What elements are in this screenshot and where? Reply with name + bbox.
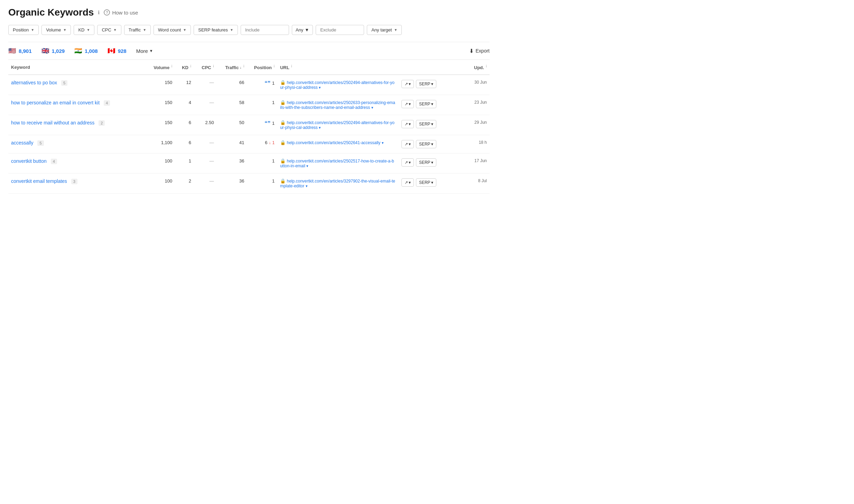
kd-filter[interactable]: KD ▼ [74,25,94,35]
url-dropdown-icon[interactable]: ▾ [306,184,308,188]
serp-features-filter[interactable]: SERP features ▼ [194,25,238,35]
url-dropdown-icon[interactable]: ▾ [319,125,321,130]
more-countries-button[interactable]: More ▼ [136,48,153,54]
kd-info-icon[interactable]: i [191,64,191,68]
position-info-icon[interactable]: i [274,64,275,68]
position-cell: ❝❞1 [247,115,277,135]
keyword-link[interactable]: how to receive mail without an address [11,120,94,125]
traffic-cell: 50 [217,115,247,135]
export-button[interactable]: ⬇ Export [469,48,490,54]
in-flag: 🇮🇳 [74,47,82,55]
word-count-badge: 5 [61,80,67,86]
position-filter[interactable]: Position ▼ [8,25,39,35]
cpc-cell: — [194,174,217,194]
trend-caret: ▾ [409,82,411,86]
country-stat-us[interactable]: 🇺🇸 8,901 [8,47,32,55]
trend-button[interactable]: ↗ ▾ [401,120,414,128]
trend-icon: ↗ [405,160,408,165]
traffic-filter[interactable]: Traffic ▼ [124,25,151,35]
volume-filter[interactable]: Volume ▼ [41,25,71,35]
trend-button[interactable]: ↗ ▾ [401,140,414,148]
word-count-filter-label: Word count [158,27,181,32]
trend-button[interactable]: ↗ ▾ [401,100,414,108]
word-count-filter[interactable]: Word count ▼ [154,25,191,35]
country-stat-ca[interactable]: 🇨🇦 928 [108,47,127,55]
ca-count: 928 [118,48,127,54]
kd-cell: 4 [175,95,194,115]
lock-icon: 🔒 [280,140,286,145]
ca-flag: 🇨🇦 [108,47,115,55]
url-dropdown-icon[interactable]: ▾ [319,85,321,90]
trend-caret: ▾ [409,142,411,147]
serp-button[interactable]: SERP ▾ [416,158,436,167]
lock-icon: 🔒 [280,100,286,105]
cpc-cell: — [194,135,217,153]
serp-button[interactable]: SERP ▾ [416,120,436,128]
url-link[interactable]: help.convertkit.com/en/articles/3297902-… [280,179,395,188]
traffic-info-icon[interactable]: i [243,64,244,68]
include-input[interactable] [241,25,289,35]
how-to-use-link[interactable]: ? How to use [104,9,138,16]
url-dropdown-icon[interactable]: ▾ [382,141,384,145]
trend-button[interactable]: ↗ ▾ [401,178,414,187]
volume-cell: 100 [145,153,175,174]
url-link[interactable]: help.convertkit.com/en/articles/2502517-… [280,159,394,168]
url-dropdown-icon[interactable]: ▾ [306,164,308,168]
traffic-sort-btn[interactable]: Traffic ↓ [225,65,241,70]
trend-caret: ▾ [409,102,411,106]
position-value: 1 [272,121,275,126]
trend-icon: ↗ [405,102,408,106]
cpc-cell: 2.50 [194,115,217,135]
keyword-link[interactable]: how to personalize an email in convert k… [11,100,100,105]
url-dropdown-icon[interactable]: ▾ [371,105,373,110]
cpc-cell: — [194,75,217,95]
col-traffic[interactable]: Traffic ↓ i [217,60,247,75]
volume-filter-label: Volume [46,27,61,32]
serp-button[interactable]: SERP ▾ [416,80,436,88]
volume-info-icon[interactable]: i [171,64,172,68]
keyword-cell: how to personalize an email in convert k… [8,95,145,115]
any-label: Any [296,27,303,32]
cpc-cell: — [194,95,217,115]
trend-button[interactable]: ↗ ▾ [401,158,414,167]
cpc-info-icon[interactable]: i [213,64,214,68]
trend-button[interactable]: ↗ ▾ [401,80,414,88]
cpc-filter[interactable]: CPC ▼ [97,25,121,35]
updated-cell: 8 Jul [459,174,490,194]
include-any-dropdown[interactable]: Any ▼ [292,25,313,35]
lock-icon: 🔒 [280,120,286,125]
keyword-link[interactable]: accessally [11,140,34,146]
url-link[interactable]: help.convertkit.com/en/articles/2502633-… [280,100,395,110]
col-upd: Upd. i [459,60,490,75]
country-stat-in[interactable]: 🇮🇳 1,008 [74,47,98,55]
trend-caret: ▾ [409,160,411,165]
featured-snippet-icon: ❝❞ [264,120,271,127]
serp-button[interactable]: SERP ▾ [416,178,436,187]
volume-cell: 100 [145,174,175,194]
keyword-link[interactable]: alternatives to po box [11,80,57,85]
keyword-link[interactable]: convertkit email templates [11,178,67,184]
url-cell: 🔒 help.convertkit.com/en/articles/250264… [277,135,399,153]
actions-cell: ↗ ▾ SERP ▾ [399,153,459,174]
url-info-icon[interactable]: i [291,64,292,68]
serp-button[interactable]: SERP ▾ [416,140,436,148]
keyword-cell: how to receive mail without an address 2 [8,115,145,135]
actions-cell: ↗ ▾ SERP ▾ [399,115,459,135]
traffic-cell: 66 [217,75,247,95]
upd-info-icon[interactable]: i [486,64,487,68]
url-link[interactable]: help.convertkit.com/en/articles/2502494-… [280,80,394,90]
col-keyword: Keyword [8,60,145,75]
url-link[interactable]: help.convertkit.com/en/articles/2502494-… [280,120,394,130]
position-cell: ❝❞1 [247,75,277,95]
keyword-link[interactable]: convertkit button [11,158,47,164]
exclude-input[interactable] [316,25,364,35]
url-link[interactable]: help.convertkit.com/en/articles/2502641-… [287,140,380,145]
country-stat-gb[interactable]: 🇬🇧 1,029 [41,47,65,55]
trend-caret: ▾ [409,122,411,127]
any-target-filter[interactable]: Any target ▼ [367,25,402,35]
position-value: 1 [272,178,275,184]
position-change: ↓ [269,140,271,145]
title-info-icon[interactable]: ℹ [98,10,100,15]
serp-button[interactable]: SERP ▾ [416,100,436,108]
gb-count: 1,029 [52,48,65,54]
